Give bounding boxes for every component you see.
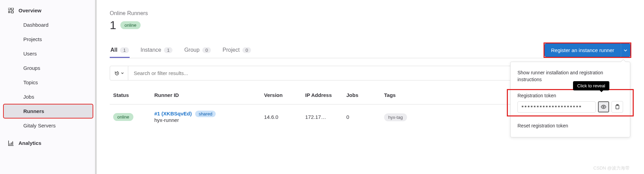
sidebar-item-jobs[interactable]: Jobs [3,90,93,104]
svg-rect-5 [8,12,9,13]
svg-rect-7 [10,144,10,145]
register-dropdown-panel: Show runner installation and registratio… [510,62,630,137]
col-ip: IP Address [302,87,343,104]
clipboard-icon [615,104,620,110]
reset-token-item[interactable]: Reset registration token [511,120,630,132]
sidebar-item-topics[interactable]: Topics [3,75,93,89]
eye-icon [601,104,606,110]
svg-rect-8 [11,142,12,145]
main-content: Online Runners 1 online All 1 Instance 1… [97,0,644,174]
search-history-button[interactable] [110,66,128,80]
count-row: 1 online [110,18,630,32]
shared-badge: shared [195,111,216,117]
analytics-icon [8,140,14,146]
divider [511,89,630,89]
sidebar-item-runners[interactable]: Runners [3,104,93,118]
sidebar: Overview Dashboard Projects Users Groups… [0,0,97,174]
page-title: Online Runners [110,10,630,16]
history-icon [114,71,120,76]
tab-label: Instance [141,47,161,53]
sidebar-item-projects[interactable]: Projects [3,32,93,46]
svg-rect-3 [8,11,9,12]
tab-label: Project [223,47,240,53]
svg-rect-1 [11,8,13,10]
svg-rect-6 [10,12,11,13]
col-runner-id: Runner ID [151,87,261,104]
runner-link[interactable]: #1 (XKBSqvEd) [154,111,192,116]
sidebar-item-dashboard[interactable]: Dashboard [3,18,93,32]
watermark: CSDN @波力海带 [593,165,630,171]
row-version: 14.6.0 [261,104,302,129]
overview-icon [8,8,14,13]
token-input[interactable] [517,101,596,113]
sidebar-item-groups[interactable]: Groups [3,61,93,75]
tab-count: 1 [120,47,129,53]
copy-token-button[interactable] [611,101,623,113]
svg-rect-2 [11,11,13,13]
tab-count: 1 [164,47,172,53]
register-runner-button[interactable]: Register an instance runner [545,44,621,57]
col-status: Status [110,87,151,104]
row-tag: hyx-tag [384,113,407,121]
register-runner-dropdown-toggle[interactable] [621,44,630,57]
nav-section-analytics[interactable]: Analytics [0,136,96,150]
tab-group[interactable]: Group 0 [183,42,212,58]
reveal-tooltip: Click to reveal [573,81,609,90]
col-version: Version [261,87,302,104]
tab-all[interactable]: All 1 [110,42,130,58]
register-runner-button-group: Register an instance runner [545,44,630,57]
tabs: All 1 Instance 1 Group 0 Project 0 Regis… [110,42,630,58]
row-ip: 172.17… [302,104,343,129]
status-badge: online [120,21,141,29]
chevron-down-icon [624,49,627,52]
tab-count: 0 [202,47,211,53]
chevron-down-icon [121,72,124,75]
row-status: online [113,113,133,121]
tab-label: All [110,47,117,53]
reveal-token-button[interactable] [598,101,609,113]
token-label: Registration token [511,93,630,101]
analytics-label: Analytics [19,140,41,146]
tab-project[interactable]: Project 0 [222,42,252,58]
overview-label: Overview [19,8,41,13]
token-section: Click to reveal Registration token [511,93,630,113]
sidebar-item-users[interactable]: Users [3,47,93,61]
svg-rect-0 [8,8,10,10]
divider [511,116,630,116]
svg-rect-4 [10,11,11,12]
tab-count: 0 [242,47,251,53]
nav-section-overview[interactable]: Overview [0,3,96,17]
svg-point-10 [603,106,604,108]
tab-label: Group [184,47,199,53]
tab-instance[interactable]: Instance 1 [140,42,174,58]
runner-count: 1 [110,18,116,32]
show-instructions-item[interactable]: Show runner installation and registratio… [511,67,630,86]
sidebar-item-gitaly[interactable]: Gitaly Servers [3,119,93,133]
col-jobs: Jobs [343,87,381,104]
row-jobs: 0 [343,104,381,129]
runner-desc: hyx-runner [154,117,257,123]
svg-rect-9 [12,141,13,145]
